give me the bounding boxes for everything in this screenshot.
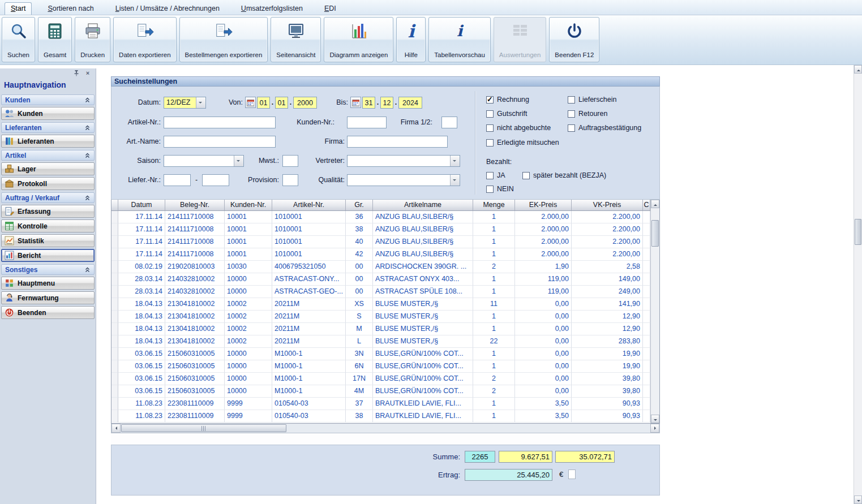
column-header-artikel-nr[interactable]: Artikel-Nr. — [272, 200, 346, 210]
firma12-field[interactable] — [441, 117, 457, 128]
checkbox-lieferschein[interactable]: Lieferschein — [568, 96, 616, 104]
column-header-menge[interactable]: Menge — [473, 200, 515, 210]
saison-select[interactable] — [164, 155, 244, 167]
table-row[interactable]: 17.11.1421411171000810001101000138ANZUG … — [111, 223, 650, 236]
column-header-ek-preis[interactable]: EK-Preis — [515, 200, 572, 210]
table-row[interactable]: 18.04.132130418100021000220211MLBLUSE MU… — [111, 335, 650, 348]
sidebar-item-lager[interactable]: Lager — [1, 162, 95, 175]
lieferschein-checkbox[interactable] — [568, 96, 575, 104]
bis-day-field[interactable] — [362, 97, 375, 109]
art-name-field[interactable] — [164, 136, 276, 148]
menu-tab-sortieren-nach[interactable]: Sortieren nach — [42, 3, 99, 15]
close-icon[interactable]: × — [84, 70, 91, 76]
firma-field[interactable] — [347, 136, 448, 148]
menu-tab-edi[interactable]: EDI — [319, 3, 342, 15]
column-header-datum[interactable]: Datum — [118, 200, 165, 210]
sidebar-item-kunden[interactable]: Kunden — [1, 107, 95, 120]
checkbox-retouren[interactable]: Retouren — [568, 110, 607, 118]
window-scroll-thumb[interactable] — [855, 219, 861, 245]
table-horizontal-scrollbar[interactable] — [111, 424, 660, 433]
checkbox-spaeter-bezahlt[interactable]: später bezahlt (BEZJA) — [522, 171, 606, 179]
provision-field[interactable] — [282, 174, 298, 186]
currency-box[interactable] — [568, 469, 576, 479]
sidebar-item-beenden[interactable]: Beenden — [1, 306, 95, 319]
table-row[interactable]: 17.11.1421411171000810001101000142ANZUG … — [111, 248, 650, 261]
sidebar-item-bericht[interactable]: Bericht — [1, 249, 95, 262]
bis-year-field[interactable] — [398, 97, 422, 109]
von-year-field[interactable] — [293, 97, 317, 109]
sidebar-section-lieferanten[interactable]: Lieferanten — [1, 122, 95, 133]
column-header-beleg-nr[interactable]: Beleg-Nr. — [165, 200, 225, 210]
spaeter-bezahlt-checkbox[interactable] — [522, 172, 530, 179]
toolbar-button-seitenansicht[interactable]: Seitenansicht — [271, 17, 321, 62]
toolbar-button-hilfe[interactable]: iHilfe — [396, 17, 426, 62]
vertreter-select[interactable] — [347, 155, 460, 167]
von-day-field[interactable] — [257, 97, 270, 109]
toolbar-button-drucken[interactable]: Drucken — [75, 17, 110, 62]
von-calendar-button[interactable] — [245, 97, 256, 108]
table-row[interactable]: 28.03.1421403281000210000ASTRACAST-GEO-.… — [111, 286, 650, 298]
sidebar-item-protokoll[interactable]: Protokoll — [1, 177, 95, 190]
nicht-abgebuchte-checkbox[interactable] — [486, 124, 494, 132]
table-row[interactable]: 18.04.132130418100021000220211MMBLUSE MU… — [111, 323, 650, 335]
table-row[interactable]: 03.06.1521506031000510000M1000-13NBLUSE,… — [111, 348, 650, 360]
checkbox-auftragsbestaetigung[interactable]: Auftragsbestätigung — [568, 124, 641, 132]
toolbar-button-bestellmengen-exportieren[interactable]: Bestellmengen exportieren — [179, 17, 268, 62]
scroll-right-button[interactable] — [650, 424, 659, 433]
von-month-field[interactable] — [275, 97, 288, 109]
bis-month-field[interactable] — [380, 97, 393, 109]
toolbar-button-suchen[interactable]: Suchen — [2, 17, 35, 62]
column-header-artikelname[interactable]: Artikelname — [373, 200, 473, 210]
rechnung-checkbox[interactable] — [486, 96, 494, 104]
scroll-down-button[interactable] — [854, 496, 862, 504]
toolbar-button-beenden-f12[interactable]: Beenden F12 — [549, 17, 599, 62]
table-row[interactable]: 11.08.232230811100099999010540-0337BRAUT… — [111, 398, 650, 410]
vertical-scroll-thumb[interactable] — [651, 220, 659, 247]
table-row[interactable]: 18.04.132130418100021000220211MSBLUSE MU… — [111, 311, 650, 323]
column-header-gr[interactable]: Gr. — [346, 200, 373, 210]
kunden-nr-field[interactable] — [347, 117, 387, 128]
sidebar-section-kunden[interactable]: Kunden — [1, 94, 95, 105]
table-row[interactable]: 11.08.232230811100099999010540-0338BRAUT… — [111, 410, 650, 423]
retouren-checkbox[interactable] — [568, 110, 575, 118]
chevron-down-icon[interactable] — [196, 97, 205, 108]
chevron-down-icon[interactable] — [450, 175, 460, 186]
scroll-left-button[interactable] — [111, 424, 121, 433]
gutschrift-checkbox[interactable] — [486, 110, 494, 118]
sidebar-section-sonstiges[interactable]: Sonstiges — [1, 264, 95, 275]
chevron-down-icon[interactable] — [450, 156, 460, 166]
liefer-nr-von-field[interactable] — [164, 174, 191, 186]
pin-icon[interactable] — [73, 70, 80, 76]
menu-tab-start[interactable]: Start — [5, 2, 32, 15]
table-row[interactable]: 28.03.1421403281000210000ASTRACAST-ONY..… — [111, 273, 650, 286]
sidebar-item-kontrolle[interactable]: Kontrolle — [1, 219, 95, 232]
table-row[interactable]: 17.11.1421411171000810001101000140ANZUG … — [111, 236, 650, 248]
checkbox-ja[interactable]: JA — [486, 171, 505, 179]
checkbox-gutschrift[interactable]: Gutschrift — [486, 110, 528, 118]
datum-select[interactable]: 12/DEZ — [164, 97, 206, 109]
bis-calendar-button[interactable] — [350, 97, 361, 108]
table-row[interactable]: 18.04.132130418100021000220211MXSBLUSE M… — [111, 298, 650, 311]
sidebar-item-fernwartung[interactable]: Fernwartung — [1, 291, 95, 304]
sidebar-section-auftrag-verkauf[interactable]: Auftrag / Verkauf — [1, 192, 95, 203]
table-row[interactable]: 03.06.1521506031000510000M1000-14MBLUSE,… — [111, 385, 650, 398]
toolbar-button-diagramm-anzeigen[interactable]: Diagramm anzeigen — [324, 17, 393, 62]
auftragsbestaetigung-checkbox[interactable] — [568, 124, 575, 132]
sidebar-item-hauptmenu[interactable]: Hauptmenu — [1, 277, 95, 290]
qualitaet-select[interactable] — [347, 174, 460, 186]
erledigte-checkbox[interactable] — [486, 139, 494, 147]
table-vertical-scrollbar[interactable] — [650, 200, 659, 423]
checkbox-rechnung[interactable]: Rechnung — [486, 96, 529, 104]
table-row[interactable]: 17.11.1421411171000810001101000136ANZUG … — [111, 211, 650, 223]
liefer-nr-bis-field[interactable] — [202, 174, 229, 186]
toolbar-button-gesamt[interactable]: Gesamt — [38, 17, 72, 62]
nein-checkbox[interactable] — [486, 186, 494, 193]
table-row[interactable]: 03.06.1521506031000510000M1000-117NBLUSE… — [111, 373, 650, 385]
menu-tab-umsatzerfolgslisten[interactable]: Umsatzerfolgslisten — [235, 3, 308, 15]
sidebar-item-lieferanten[interactable]: Lieferanten — [1, 135, 95, 148]
sidebar-section-artikel[interactable]: Artikel — [1, 150, 95, 161]
scroll-down-button[interactable] — [651, 415, 659, 423]
column-header-c[interactable]: C — [643, 200, 650, 210]
column-header-vk-preis[interactable]: VK-Preis — [572, 200, 643, 210]
artikel-nr-field[interactable] — [164, 117, 276, 128]
